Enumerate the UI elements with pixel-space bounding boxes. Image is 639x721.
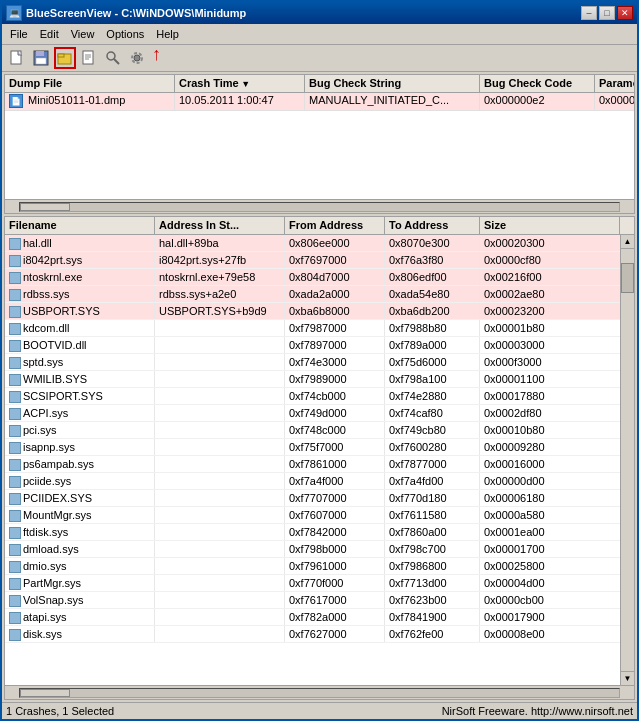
lower-col-addr[interactable]: Address In St...: [155, 217, 285, 234]
menu-view[interactable]: View: [65, 26, 101, 42]
cell-to: 0xf75d6000: [385, 354, 480, 370]
cell-size: 0x00003000: [480, 337, 620, 353]
lower-table-row[interactable]: disk.sys 0xf7627000 0xf762fe00 0x00008e0…: [5, 626, 620, 643]
lower-table-row[interactable]: dmload.sys 0xf798b000 0xf798c700 0x00001…: [5, 541, 620, 558]
cell-filename: sptd.sys: [5, 354, 155, 370]
upper-col-dumpfile[interactable]: Dump File: [5, 75, 175, 92]
lower-table-row[interactable]: pci.sys 0xf748c000 0xf749cb80 0x00010b80: [5, 422, 620, 439]
lower-table-row[interactable]: isapnp.sys 0xf75f7000 0xf7600280 0x00009…: [5, 439, 620, 456]
file-icon: [9, 323, 21, 335]
cell-from: 0xf7961000: [285, 558, 385, 574]
lower-table-row[interactable]: MountMgr.sys 0xf7607000 0xf7611580 0x000…: [5, 507, 620, 524]
lower-table-row[interactable]: USBPORT.SYS USBPORT.SYS+b9d9 0xba6b8000 …: [5, 303, 620, 320]
lower-table-row[interactable]: ntoskrnl.exe ntoskrnl.exe+79e58 0x804d70…: [5, 269, 620, 286]
cell-from: 0xf7697000: [285, 252, 385, 268]
cell-filename: rdbss.sys: [5, 286, 155, 302]
lower-table-row[interactable]: PartMgr.sys 0xf770f000 0xf7713d00 0x0000…: [5, 575, 620, 592]
cell-addr: [155, 473, 285, 489]
scrollbar-spacer: [620, 217, 634, 234]
upper-hscrollbar[interactable]: [5, 199, 634, 213]
cell-to: 0xf7988b80: [385, 320, 480, 336]
cell-from: 0xf7989000: [285, 371, 385, 387]
close-button[interactable]: ✕: [617, 6, 633, 20]
lower-table-row[interactable]: i8042prt.sys i8042prt.sys+27fb 0xf769700…: [5, 252, 620, 269]
lower-table-row[interactable]: BOOTVID.dll 0xf7897000 0xf789a000 0x0000…: [5, 337, 620, 354]
scrollbar-thumb[interactable]: [621, 263, 634, 293]
lower-vscrollbar[interactable]: ▲ ▼: [620, 235, 634, 685]
cell-addr: i8042prt.sys+27fb: [155, 252, 285, 268]
cell-addr: USBPORT.SYS+b9d9: [155, 303, 285, 319]
lower-table-row[interactable]: pciide.sys 0xf7a4f000 0xf7a4fd00 0x00000…: [5, 473, 620, 490]
toolbar-new[interactable]: [6, 47, 28, 69]
lower-col-from[interactable]: From Address: [285, 217, 385, 234]
lower-table-row[interactable]: PCIIDEX.SYS 0xf7707000 0xf770d180 0x0000…: [5, 490, 620, 507]
scrollbar-up-btn[interactable]: ▲: [621, 235, 634, 249]
upper-scrollbar-thumb[interactable]: [20, 203, 70, 211]
lower-table-row[interactable]: hal.dll hal.dll+89ba 0x806ee000 0x8070e3…: [5, 235, 620, 252]
lower-table-row[interactable]: ftdisk.sys 0xf7842000 0xf7860a00 0x0001e…: [5, 524, 620, 541]
lower-table-row[interactable]: SCSIPORT.SYS 0xf74cb000 0xf74e2880 0x000…: [5, 388, 620, 405]
cell-size: 0x00016000: [480, 456, 620, 472]
menu-help[interactable]: Help: [150, 26, 185, 42]
cell-size: 0x00017900: [480, 609, 620, 625]
cell-from: 0xf770f000: [285, 575, 385, 591]
lower-table-row[interactable]: ps6ampab.sys 0xf7861000 0xf7877000 0x000…: [5, 456, 620, 473]
cell-size: 0x0000cb00: [480, 592, 620, 608]
cell-filename: SCSIPORT.SYS: [5, 388, 155, 404]
toolbar-settings[interactable]: [126, 47, 148, 69]
maximize-button[interactable]: □: [599, 6, 615, 20]
lower-hscrollbar[interactable]: [5, 685, 634, 699]
lower-table-row[interactable]: sptd.sys 0xf74e3000 0xf75d6000 0x000f300…: [5, 354, 620, 371]
menu-file[interactable]: File: [4, 26, 34, 42]
status-left: 1 Crashes, 1 Selected: [6, 705, 114, 717]
cell-size: 0x00023200: [480, 303, 620, 319]
cell-size: 0x00008e00: [480, 626, 620, 642]
file-icon: [9, 408, 21, 420]
cell-addr: [155, 371, 285, 387]
lower-table-row[interactable]: atapi.sys 0xf782a000 0xf7841900 0x000179…: [5, 609, 620, 626]
cell-dumpfile: 📄 Mini051011-01.dmp: [5, 93, 175, 110]
cell-filename: VolSnap.sys: [5, 592, 155, 608]
cell-from: 0xf798b000: [285, 541, 385, 557]
upper-col-bugcheck-code[interactable]: Bug Check Code: [480, 75, 595, 92]
lower-col-size[interactable]: Size: [480, 217, 620, 234]
cell-from: 0xf782a000: [285, 609, 385, 625]
upper-table-row[interactable]: 📄 Mini051011-01.dmp 10.05.2011 1:00:47 M…: [5, 93, 634, 111]
lower-col-to[interactable]: To Address: [385, 217, 480, 234]
lower-scrollbar-thumb[interactable]: [20, 689, 70, 697]
toolbar: ↑: [2, 45, 637, 72]
toolbar-save[interactable]: [30, 47, 52, 69]
lower-table-row[interactable]: dmio.sys 0xf7961000 0xf7986800 0x0002580…: [5, 558, 620, 575]
minimize-button[interactable]: –: [581, 6, 597, 20]
menu-options[interactable]: Options: [100, 26, 150, 42]
cell-size: 0x00001b80: [480, 320, 620, 336]
svg-rect-5: [58, 54, 64, 57]
cell-size: 0x00010b80: [480, 422, 620, 438]
cell-to: 0xf798c700: [385, 541, 480, 557]
lower-table-row[interactable]: WMILIB.SYS 0xf7989000 0xf798a100 0x00001…: [5, 371, 620, 388]
file-icon: [9, 374, 21, 386]
upper-col-bugcheck-string[interactable]: Bug Check String: [305, 75, 480, 92]
toolbar-open[interactable]: [54, 47, 76, 69]
lower-table-row[interactable]: rdbss.sys rdbss.sys+a2e0 0xada2a000 0xad…: [5, 286, 620, 303]
lower-table-row[interactable]: kdcom.dll 0xf7987000 0xf7988b80 0x00001b…: [5, 320, 620, 337]
cell-to: 0xf789a000: [385, 337, 480, 353]
lower-col-filename[interactable]: Filename: [5, 217, 155, 234]
cell-to: 0x806edf00: [385, 269, 480, 285]
cell-addr: [155, 439, 285, 455]
lower-table-row[interactable]: ACPI.sys 0xf749d000 0xf74caf80 0x0002df8…: [5, 405, 620, 422]
cell-filename: WMILIB.SYS: [5, 371, 155, 387]
cell-from: 0xf7987000: [285, 320, 385, 336]
upper-col-param1[interactable]: Parameter 1: [595, 75, 634, 92]
toolbar-report[interactable]: [78, 47, 100, 69]
cell-to: 0xf7713d00: [385, 575, 480, 591]
scrollbar-down-btn[interactable]: ▼: [621, 671, 634, 685]
menu-edit[interactable]: Edit: [34, 26, 65, 42]
upper-col-crashtime[interactable]: Crash Time: [175, 75, 305, 92]
cell-to: 0xf762fe00: [385, 626, 480, 642]
toolbar-search[interactable]: [102, 47, 124, 69]
cell-to: 0xf7600280: [385, 439, 480, 455]
cell-filename: PCIIDEX.SYS: [5, 490, 155, 506]
cell-to: 0xf749cb80: [385, 422, 480, 438]
lower-table-row[interactable]: VolSnap.sys 0xf7617000 0xf7623b00 0x0000…: [5, 592, 620, 609]
